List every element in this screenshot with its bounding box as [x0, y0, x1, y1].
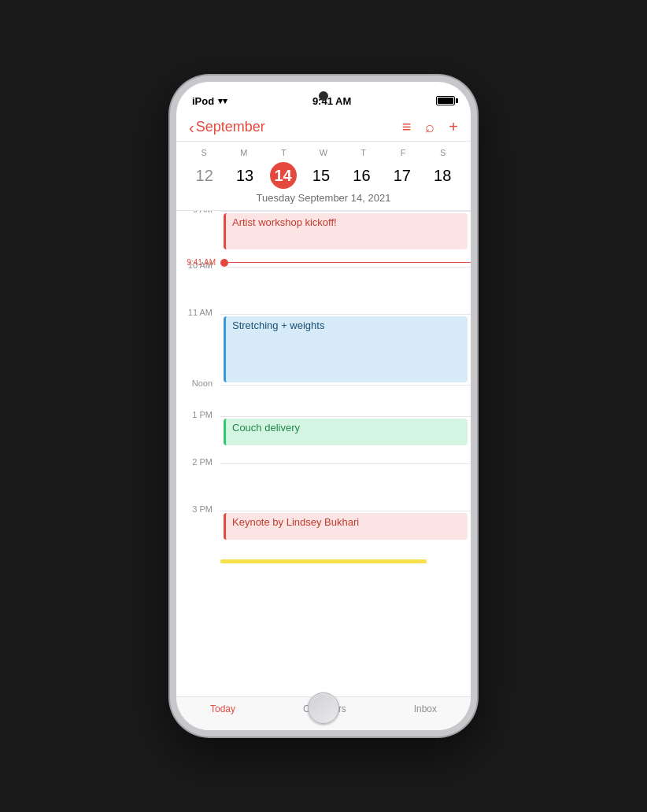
add-icon[interactable]: +: [449, 118, 458, 136]
time-label-9am: 9 AM: [176, 211, 220, 252]
tab-inbox-label: Inbox: [414, 703, 437, 714]
event-couch-delivery[interactable]: Couch delivery: [224, 419, 468, 445]
event-title-stretching: Stretching + weights: [232, 319, 324, 331]
tab-inbox[interactable]: Inbox: [414, 703, 437, 714]
day-header-thu: T: [348, 148, 379, 157]
day-header-sat: S: [427, 148, 459, 157]
battery-icon: [436, 96, 455, 105]
slot-1pm: 1 PM Couch delivery: [176, 416, 471, 463]
back-label: September: [196, 119, 265, 135]
tab-today[interactable]: Today: [210, 703, 235, 714]
tab-today-label: Today: [210, 703, 235, 714]
timeline[interactable]: 9 AM Artist workshop kickoff! 9:41 AM 10: [176, 211, 471, 696]
current-time-bar: [228, 262, 471, 264]
wifi-icon: ▾▾: [218, 96, 227, 106]
time-label-11am: 11 AM: [176, 308, 220, 378]
time-label-3pm: 3 PM: [176, 504, 220, 552]
event-title-artist-workshop: Artist workshop kickoff!: [232, 216, 337, 228]
calendar-app: ‹ September ≡ ⌕ + S M T W T F S: [176, 113, 471, 730]
slot-3pm: 3 PM Keynote by Lindsey Bukhari: [176, 511, 471, 558]
day-header-wed: W: [308, 148, 339, 157]
slot-2pm: 2 PM: [176, 463, 471, 511]
week-strip: S M T W T F S 12 13 14 15 16 17 18: [176, 142, 471, 211]
back-chevron-icon: ‹: [189, 120, 194, 135]
carrier-info: iPod ▾▾: [192, 95, 227, 107]
current-time-indicator: 9:41 AM: [176, 258, 471, 267]
day-16[interactable]: 16: [346, 162, 377, 189]
day-12[interactable]: 12: [189, 162, 220, 189]
day-15[interactable]: 15: [305, 162, 337, 189]
day-18[interactable]: 18: [427, 162, 458, 189]
day-header-tue: T: [268, 148, 299, 157]
time-content-9am: Artist workshop kickoff!: [220, 211, 471, 258]
battery-fill: [438, 98, 453, 104]
phone-device: iPod ▾▾ 9:41 AM ‹ September ≡ ⌕: [170, 76, 477, 736]
day-14-today[interactable]: 14: [270, 162, 297, 189]
time-label-noon: Noon: [176, 378, 220, 410]
time-label-2pm: 2 PM: [176, 457, 220, 504]
yellow-event-bar: [220, 559, 427, 563]
event-title-couch-delivery: Couch delivery: [232, 422, 300, 434]
slot-11am: 11 AM Stretching + weights: [176, 314, 471, 385]
carrier-label: iPod: [192, 95, 214, 107]
event-stretching[interactable]: Stretching + weights: [224, 316, 468, 382]
time-label-10am: 10 AM: [176, 260, 220, 308]
slot-10am: 10 AM: [176, 267, 471, 314]
day-13[interactable]: 13: [229, 162, 261, 189]
current-time-dot: [220, 259, 228, 267]
back-button[interactable]: ‹ September: [189, 119, 265, 135]
day-headers: S M T W T F S: [184, 148, 463, 157]
time-content-2pm: [220, 463, 471, 511]
home-button[interactable]: [308, 692, 339, 724]
camera: [319, 91, 328, 101]
list-icon[interactable]: ≡: [402, 118, 412, 136]
nav-header: ‹ September ≡ ⌕ +: [176, 113, 471, 142]
day-header-mon: M: [228, 148, 260, 157]
search-icon[interactable]: ⌕: [425, 118, 434, 136]
event-keynote[interactable]: Keynote by Lindsey Bukhari: [224, 513, 468, 540]
event-artist-workshop[interactable]: Artist workshop kickoff!: [224, 213, 468, 249]
time-content-10am: [220, 267, 471, 314]
slot-9am: 9 AM Artist workshop kickoff!: [176, 211, 471, 258]
time-content-3pm: Keynote by Lindsey Bukhari: [220, 511, 471, 558]
current-time-label: 9:41 AM: [176, 258, 220, 267]
day-header-fri: F: [387, 148, 419, 157]
time-content-noon: [220, 385, 471, 416]
day-header-sun: S: [188, 148, 220, 157]
phone-screen: iPod ▾▾ 9:41 AM ‹ September ≡ ⌕: [176, 82, 471, 730]
time-content-1pm: Couch delivery: [220, 416, 471, 463]
time-label-1pm: 1 PM: [176, 410, 220, 457]
slot-noon: Noon: [176, 385, 471, 416]
day-17[interactable]: 17: [386, 162, 418, 189]
day-numbers: 12 13 14 15 16 17 18: [184, 162, 463, 189]
event-title-keynote: Keynote by Lindsey Bukhari: [232, 516, 359, 528]
battery-area: [436, 96, 455, 105]
time-content-11am: Stretching + weights: [220, 314, 471, 385]
yellow-bar-container: [176, 558, 471, 567]
nav-actions: ≡ ⌕ +: [402, 118, 458, 136]
date-subtitle: Tuesday September 14, 2021: [184, 189, 463, 205]
